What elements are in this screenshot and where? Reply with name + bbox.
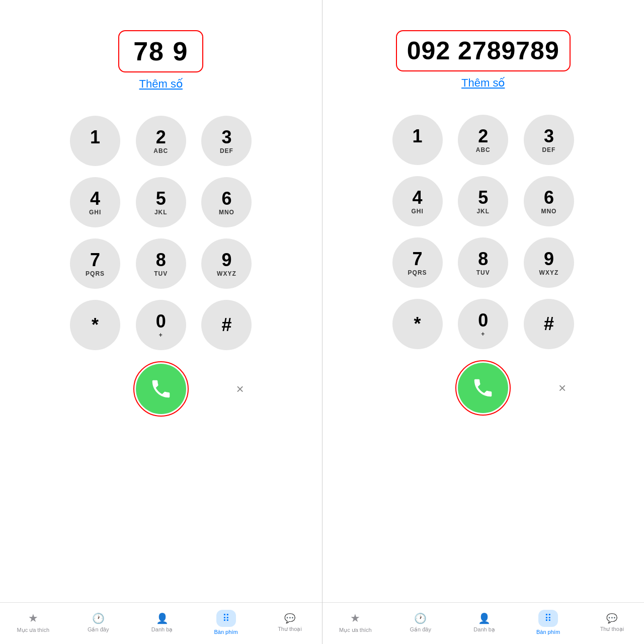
left-favorites-label: Mục ưa thích: [17, 627, 49, 633]
left-nav-recent[interactable]: 🕐 Gần đây: [83, 612, 113, 633]
left-dialpad: 1 2 ABC 3 DEF 4 GHI 5 JKL 6 MNO: [68, 116, 254, 350]
left-btn-7[interactable]: 7 PQRS: [70, 238, 120, 289]
left-nav-voicemail[interactable]: 💬 Thư thoại: [275, 613, 305, 632]
left-btn-hash[interactable]: #: [201, 300, 252, 350]
right-number-box: 092 2789789: [396, 30, 571, 71]
left-number-display: 78 9 Thêm số: [15, 30, 307, 91]
right-contacts-label: Danh bạ: [473, 626, 495, 633]
right-voicemail-label: Thư thoại: [600, 626, 624, 632]
right-keypad-icon: ⠿: [544, 612, 552, 624]
right-recent-label: Gần đây: [410, 626, 431, 633]
right-favorites-label: Mục ưa thích: [339, 627, 372, 633]
left-bottom-row: ×: [68, 361, 254, 417]
left-nav-favorites[interactable]: ★ Mục ưa thích: [17, 612, 49, 633]
left-recent-label: Gần đây: [88, 626, 109, 633]
right-btn-0[interactable]: 0 +: [458, 299, 508, 349]
right-them-so-link[interactable]: Thêm số: [461, 76, 505, 90]
left-bottom-nav: ★ Mục ưa thích 🕐 Gần đây 👤 Danh bạ ⠿ Bàn…: [0, 602, 322, 644]
right-btn-8[interactable]: 8 TUV: [458, 237, 508, 288]
right-call-button[interactable]: [458, 363, 508, 413]
left-number-text: 78 9: [133, 37, 188, 66]
left-recent-icon: 🕐: [92, 612, 105, 624]
left-delete-button[interactable]: ×: [236, 381, 244, 397]
left-phone-icon: [149, 377, 173, 400]
left-btn-8[interactable]: 8 TUV: [136, 238, 186, 289]
right-keypad-label: Bàn phím: [536, 629, 560, 635]
left-number-box: 78 9: [118, 30, 203, 72]
right-btn-3[interactable]: 3 DEF: [524, 115, 574, 165]
left-favorites-icon: ★: [28, 612, 38, 625]
left-btn-star[interactable]: *: [70, 300, 120, 350]
left-btn-6[interactable]: 6 MNO: [201, 177, 252, 227]
left-btn-4[interactable]: 4 GHI: [70, 177, 120, 227]
left-voicemail-icon: 💬: [284, 613, 295, 624]
right-contacts-icon: 👤: [478, 612, 491, 624]
left-btn-9[interactable]: 9 WXYZ: [201, 238, 252, 289]
left-btn-2[interactable]: 2 ABC: [136, 116, 186, 166]
right-btn-2[interactable]: 2 ABC: [458, 115, 508, 165]
right-btn-hash[interactable]: #: [524, 299, 574, 349]
left-voicemail-label: Thư thoại: [278, 626, 302, 632]
left-nav-keypad[interactable]: ⠿ Bàn phím: [211, 610, 241, 635]
right-nav-keypad[interactable]: ⠿ Bàn phím: [533, 610, 564, 635]
left-call-button[interactable]: [136, 364, 186, 414]
left-btn-3[interactable]: 3 DEF: [201, 116, 252, 166]
right-nav-recent[interactable]: 🕐 Gần đây: [406, 612, 436, 633]
left-contacts-label: Danh bạ: [151, 626, 173, 633]
left-phone-panel: 78 9 Thêm số 1 2 ABC 3 DEF 4 GHI: [0, 0, 322, 644]
left-btn-1[interactable]: 1: [70, 116, 120, 166]
right-phone-icon: [471, 376, 495, 399]
right-number-text: 092 2789789: [407, 37, 559, 65]
phones-container: 78 9 Thêm số 1 2 ABC 3 DEF 4 GHI: [0, 0, 644, 644]
right-favorites-icon: ★: [350, 612, 360, 625]
right-btn-star[interactable]: *: [392, 299, 443, 349]
right-nav-favorites[interactable]: ★ Mục ưa thích: [339, 612, 372, 633]
right-bottom-row: ×: [390, 360, 576, 416]
right-voicemail-icon: 💬: [606, 613, 617, 624]
right-bottom-nav: ★ Mục ưa thích 🕐 Gần đây 👤 Danh bạ ⠿ Bàn…: [323, 602, 645, 644]
right-nav-contacts[interactable]: 👤 Danh bạ: [469, 612, 500, 633]
right-nav-voicemail[interactable]: 💬 Thư thoại: [597, 613, 627, 632]
left-call-btn-wrapper: [133, 361, 189, 417]
right-number-display: 092 2789789 Thêm số: [338, 30, 629, 90]
right-btn-4[interactable]: 4 GHI: [392, 176, 443, 226]
right-delete-button[interactable]: ×: [558, 380, 566, 396]
left-btn-5[interactable]: 5 JKL: [136, 177, 186, 227]
right-dialpad: 1 2 ABC 3 DEF 4 GHI 5 JKL 6 MNO: [390, 115, 576, 349]
left-them-so-link[interactable]: Thêm số: [139, 77, 183, 91]
right-recent-icon: 🕐: [414, 612, 427, 624]
right-btn-1[interactable]: 1: [392, 115, 443, 165]
right-phone-panel: 092 2789789 Thêm số 1 2 ABC 3 DEF 4 GHI: [322, 0, 645, 644]
left-contacts-icon: 👤: [156, 612, 169, 624]
left-keypad-icon: ⠿: [222, 612, 230, 624]
left-nav-contacts[interactable]: 👤 Danh bạ: [147, 612, 177, 633]
right-btn-5[interactable]: 5 JKL: [458, 176, 508, 226]
right-call-btn-wrapper: [455, 360, 511, 416]
left-btn-0[interactable]: 0 +: [136, 300, 186, 350]
right-btn-6[interactable]: 6 MNO: [524, 176, 574, 226]
right-btn-9[interactable]: 9 WXYZ: [524, 237, 574, 288]
right-btn-7[interactable]: 7 PQRS: [392, 237, 443, 288]
left-keypad-label: Bàn phím: [214, 629, 237, 635]
